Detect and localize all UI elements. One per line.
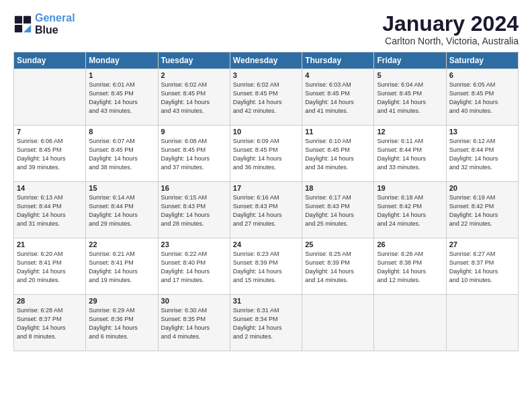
logo: General Blue (13, 12, 75, 37)
day-number: 20 (449, 184, 515, 192)
calendar-cell: 17Sunrise: 6:16 AM Sunset: 8:43 PM Dayli… (230, 182, 302, 238)
day-info: Sunrise: 6:27 AM Sunset: 8:37 PM Dayligh… (449, 250, 515, 285)
day-number: 29 (89, 297, 154, 305)
calendar-cell: 31Sunrise: 6:31 AM Sunset: 8:34 PM Dayli… (230, 295, 302, 351)
calendar-cell: 5Sunrise: 6:04 AM Sunset: 8:45 PM Daylig… (374, 69, 446, 126)
day-info: Sunrise: 6:28 AM Sunset: 8:37 PM Dayligh… (17, 306, 83, 341)
location-subtitle: Carlton North, Victoria, Australia (382, 36, 519, 46)
day-number: 10 (233, 128, 299, 136)
day-info: Sunrise: 6:18 AM Sunset: 8:42 PM Dayligh… (377, 193, 443, 228)
calendar-cell: 12Sunrise: 6:11 AM Sunset: 8:44 PM Dayli… (374, 126, 446, 182)
calendar-cell: 28Sunrise: 6:28 AM Sunset: 8:37 PM Dayli… (14, 295, 86, 351)
calendar-cell: 20Sunrise: 6:19 AM Sunset: 8:42 PM Dayli… (446, 182, 518, 238)
day-info: Sunrise: 6:08 AM Sunset: 8:45 PM Dayligh… (161, 137, 227, 172)
calendar-cell: 29Sunrise: 6:29 AM Sunset: 8:36 PM Dayli… (86, 295, 158, 351)
day-info: Sunrise: 6:03 AM Sunset: 8:45 PM Dayligh… (305, 81, 371, 116)
calendar-cell: 26Sunrise: 6:26 AM Sunset: 8:38 PM Dayli… (374, 238, 446, 295)
header-day: Monday (86, 52, 158, 69)
header-day: Sunday (14, 52, 86, 69)
day-info: Sunrise: 6:10 AM Sunset: 8:45 PM Dayligh… (305, 137, 371, 172)
logo-text: General Blue (35, 12, 75, 37)
calendar-cell: 9Sunrise: 6:08 AM Sunset: 8:45 PM Daylig… (158, 126, 230, 182)
svg-rect-1 (24, 16, 31, 24)
day-number: 22 (89, 240, 154, 248)
calendar-cell: 15Sunrise: 6:14 AM Sunset: 8:44 PM Dayli… (86, 182, 158, 238)
calendar-cell: 13Sunrise: 6:12 AM Sunset: 8:44 PM Dayli… (446, 126, 518, 182)
logo-blue: Blue (35, 24, 58, 36)
day-number: 30 (161, 297, 227, 305)
day-info: Sunrise: 6:14 AM Sunset: 8:44 PM Dayligh… (89, 193, 154, 228)
calendar-week-row: 14Sunrise: 6:13 AM Sunset: 8:44 PM Dayli… (14, 182, 519, 238)
day-number: 6 (449, 71, 515, 79)
day-info: Sunrise: 6:09 AM Sunset: 8:45 PM Dayligh… (233, 137, 299, 172)
day-info: Sunrise: 6:05 AM Sunset: 8:45 PM Dayligh… (449, 81, 515, 116)
logo-icon (13, 15, 32, 34)
day-number: 31 (233, 297, 299, 305)
month-title: January 2024 (382, 12, 519, 36)
calendar-cell (446, 295, 518, 351)
calendar-cell: 14Sunrise: 6:13 AM Sunset: 8:44 PM Dayli… (14, 182, 86, 238)
calendar-cell: 8Sunrise: 6:07 AM Sunset: 8:45 PM Daylig… (86, 126, 158, 182)
day-number: 21 (17, 240, 83, 248)
calendar-cell: 27Sunrise: 6:27 AM Sunset: 8:37 PM Dayli… (446, 238, 518, 295)
calendar-week-row: 28Sunrise: 6:28 AM Sunset: 8:37 PM Dayli… (14, 295, 519, 351)
title-block: January 2024 Carlton North, Victoria, Au… (382, 12, 519, 46)
calendar-cell (374, 295, 446, 351)
header-day: Saturday (446, 52, 518, 69)
calendar-cell: 19Sunrise: 6:18 AM Sunset: 8:42 PM Dayli… (374, 182, 446, 238)
day-info: Sunrise: 6:01 AM Sunset: 8:45 PM Dayligh… (89, 81, 154, 116)
calendar-cell: 24Sunrise: 6:23 AM Sunset: 8:39 PM Dayli… (230, 238, 302, 295)
header-day: Tuesday (158, 52, 230, 69)
day-info: Sunrise: 6:22 AM Sunset: 8:40 PM Dayligh… (161, 250, 227, 285)
calendar-cell: 18Sunrise: 6:17 AM Sunset: 8:43 PM Dayli… (302, 182, 374, 238)
day-info: Sunrise: 6:15 AM Sunset: 8:43 PM Dayligh… (161, 193, 227, 228)
day-info: Sunrise: 6:26 AM Sunset: 8:38 PM Dayligh… (377, 250, 443, 285)
calendar-cell (302, 295, 374, 351)
day-number: 9 (161, 128, 227, 136)
day-info: Sunrise: 6:11 AM Sunset: 8:44 PM Dayligh… (377, 137, 443, 172)
day-number: 27 (449, 240, 515, 248)
day-number: 28 (17, 297, 83, 305)
day-info: Sunrise: 6:04 AM Sunset: 8:45 PM Dayligh… (377, 81, 443, 116)
logo-general: General (35, 12, 75, 24)
header-day: Wednesday (230, 52, 302, 69)
day-info: Sunrise: 6:20 AM Sunset: 8:41 PM Dayligh… (17, 250, 83, 285)
calendar-cell: 1Sunrise: 6:01 AM Sunset: 8:45 PM Daylig… (86, 69, 158, 126)
day-number: 26 (377, 240, 443, 248)
day-number: 11 (305, 128, 371, 136)
calendar-cell: 23Sunrise: 6:22 AM Sunset: 8:40 PM Dayli… (158, 238, 230, 295)
calendar-cell: 30Sunrise: 6:30 AM Sunset: 8:35 PM Dayli… (158, 295, 230, 351)
svg-rect-2 (15, 25, 22, 32)
day-info: Sunrise: 6:02 AM Sunset: 8:45 PM Dayligh… (161, 81, 227, 116)
calendar-table: SundayMondayTuesdayWednesdayThursdayFrid… (13, 52, 519, 351)
day-info: Sunrise: 6:13 AM Sunset: 8:44 PM Dayligh… (17, 193, 83, 228)
header: General Blue January 2024 Carlton North,… (13, 12, 519, 46)
day-info: Sunrise: 6:21 AM Sunset: 8:41 PM Dayligh… (89, 250, 154, 285)
day-info: Sunrise: 6:23 AM Sunset: 8:39 PM Dayligh… (233, 250, 299, 285)
day-info: Sunrise: 6:06 AM Sunset: 8:45 PM Dayligh… (17, 137, 83, 172)
calendar-cell: 22Sunrise: 6:21 AM Sunset: 8:41 PM Dayli… (86, 238, 158, 295)
calendar-cell: 3Sunrise: 6:02 AM Sunset: 8:45 PM Daylig… (230, 69, 302, 126)
calendar-cell (14, 69, 86, 126)
day-info: Sunrise: 6:17 AM Sunset: 8:43 PM Dayligh… (305, 193, 371, 228)
calendar-week-row: 7Sunrise: 6:06 AM Sunset: 8:45 PM Daylig… (14, 126, 519, 182)
day-number: 5 (377, 71, 443, 79)
calendar-week-row: 21Sunrise: 6:20 AM Sunset: 8:41 PM Dayli… (14, 238, 519, 295)
calendar-cell: 6Sunrise: 6:05 AM Sunset: 8:45 PM Daylig… (446, 69, 518, 126)
day-info: Sunrise: 6:31 AM Sunset: 8:34 PM Dayligh… (233, 306, 299, 341)
header-day: Friday (374, 52, 446, 69)
day-number: 17 (233, 184, 299, 192)
page-container: General Blue January 2024 Carlton North,… (0, 0, 532, 358)
calendar-cell: 7Sunrise: 6:06 AM Sunset: 8:45 PM Daylig… (14, 126, 86, 182)
header-day: Thursday (302, 52, 374, 69)
day-info: Sunrise: 6:07 AM Sunset: 8:45 PM Dayligh… (89, 137, 154, 172)
day-number: 3 (233, 71, 299, 79)
svg-marker-3 (24, 25, 31, 32)
day-number: 7 (17, 128, 83, 136)
day-number: 25 (305, 240, 371, 248)
calendar-cell: 11Sunrise: 6:10 AM Sunset: 8:45 PM Dayli… (302, 126, 374, 182)
day-info: Sunrise: 6:16 AM Sunset: 8:43 PM Dayligh… (233, 193, 299, 228)
calendar-cell: 21Sunrise: 6:20 AM Sunset: 8:41 PM Dayli… (14, 238, 86, 295)
day-number: 23 (161, 240, 227, 248)
day-number: 15 (89, 184, 154, 192)
